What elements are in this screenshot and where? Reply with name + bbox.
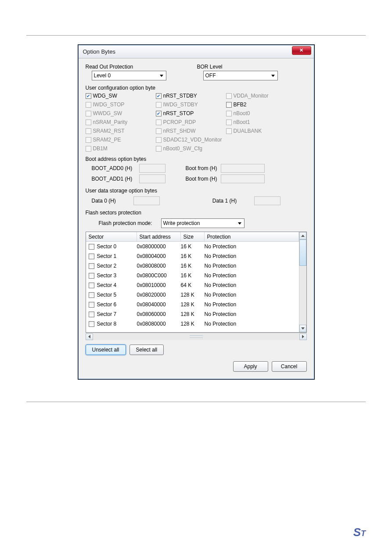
- cell-size: 128 K: [181, 292, 205, 298]
- checkbox-icon: [156, 102, 162, 108]
- row-checkbox[interactable]: [89, 244, 94, 250]
- checkbox-nrst_stop[interactable]: ✔nRST_STOP: [156, 110, 226, 116]
- boot-from1-label: Boot from (H): [186, 176, 217, 182]
- table-row[interactable]: Sector 10x0800400016 KNo Protection: [86, 251, 299, 261]
- table-row[interactable]: Sector 30x0800C00016 KNo Protection: [86, 271, 299, 280]
- row-checkbox[interactable]: [89, 263, 94, 269]
- flash-mode-label: Flash protection mode:: [99, 220, 152, 226]
- checkbox-label: IWDG_STOP: [93, 102, 125, 108]
- cell-size: 128 K: [181, 311, 205, 317]
- flash-mode-combo[interactable]: Write protection: [161, 218, 245, 228]
- boot-add0-input[interactable]: [139, 164, 165, 173]
- data0-input[interactable]: [133, 196, 160, 205]
- cell-sector: Sector 5: [97, 292, 117, 298]
- titlebar[interactable]: Option Bytes ✕: [79, 45, 314, 58]
- checkbox-label: WWDG_SW: [93, 110, 122, 116]
- flash-label: Flash sectors protection: [86, 210, 307, 216]
- scroll-up-button[interactable]: [299, 232, 306, 239]
- checkbox-icon: [226, 93, 232, 99]
- apply-button[interactable]: Apply: [233, 361, 268, 372]
- scroll-down-button[interactable]: [299, 325, 306, 332]
- table-row[interactable]: Sector 80x08080000128 KNo Protection: [86, 319, 299, 329]
- close-button[interactable]: ✕: [292, 46, 311, 55]
- cell-start: 0x08080000: [137, 321, 181, 327]
- row-checkbox[interactable]: [89, 254, 94, 259]
- row-checkbox[interactable]: [89, 292, 94, 298]
- checkbox-label: BFB2: [234, 102, 247, 108]
- data1-label: Data 1 (H): [212, 198, 237, 204]
- cell-sector: Sector 3: [97, 272, 117, 279]
- cell-prot: No Protection: [205, 263, 299, 269]
- row-checkbox[interactable]: [89, 273, 94, 279]
- readout-protection-group: Read Out Protection Level 0: [86, 64, 166, 80]
- row-checkbox[interactable]: [89, 283, 94, 288]
- chevron-down-icon: [238, 222, 241, 225]
- data1-input[interactable]: [254, 196, 281, 205]
- arrow-up-icon: [301, 235, 305, 237]
- table-row[interactable]: Sector 40x0801000064 KNo Protection: [86, 280, 299, 290]
- boot-from1-input[interactable]: [221, 174, 265, 183]
- checkbox-label: WDG_SW: [93, 93, 117, 99]
- checkbox-label: nRST_STOP: [163, 110, 194, 116]
- checkbox-wdg_sw[interactable]: ✔WDG_SW: [86, 93, 156, 99]
- boot-add1-input[interactable]: [139, 174, 165, 183]
- st-logo: ST: [353, 526, 366, 539]
- row-checkbox[interactable]: [89, 302, 94, 308]
- col-size[interactable]: Size: [181, 232, 205, 241]
- checkbox-label: nBoot0: [234, 110, 250, 116]
- user-config-section: User configuration option byte ✔WDG_SW✔n…: [86, 85, 307, 152]
- option-bytes-window: Option Bytes ✕ Read Out Protection Level…: [78, 45, 314, 379]
- checkbox-icon: ✔: [156, 93, 162, 99]
- checkbox-sram2_pe: SRAM2_PE: [86, 137, 156, 143]
- scroll-thumb[interactable]: [299, 239, 306, 266]
- horizontal-scrollbar[interactable]: [86, 333, 307, 340]
- vertical-scrollbar[interactable]: [299, 232, 306, 332]
- readout-combo[interactable]: Level 0: [92, 71, 166, 80]
- boot-from0-label: Boot from (H): [186, 165, 217, 171]
- cell-sector: Sector 6: [97, 301, 117, 308]
- chevron-down-icon: [271, 75, 275, 77]
- scroll-track[interactable]: [299, 239, 306, 325]
- boot-from0-input[interactable]: [221, 164, 265, 173]
- hscroll-track[interactable]: [93, 334, 299, 340]
- col-prot[interactable]: Protection: [205, 232, 299, 241]
- cell-start: 0x08000000: [137, 243, 181, 250]
- checkbox-icon: [86, 128, 91, 134]
- table-row[interactable]: Sector 70x08060000128 KNo Protection: [86, 309, 299, 319]
- select-all-button[interactable]: Select all: [129, 345, 164, 355]
- flash-mode-value: Write protection: [163, 220, 200, 226]
- checkbox-label: nBoot1: [234, 119, 250, 125]
- cell-size: 16 K: [181, 272, 205, 279]
- window-title: Option Bytes: [81, 48, 292, 55]
- col-start[interactable]: Start address: [137, 232, 181, 241]
- cell-start: 0x0800C000: [137, 272, 181, 279]
- boot-address-section: Boot address option bytes BOOT_ADD0 (H) …: [86, 156, 307, 183]
- row-checkbox[interactable]: [89, 312, 94, 317]
- row-checkbox[interactable]: [89, 321, 94, 327]
- scroll-right-button[interactable]: [299, 334, 307, 340]
- table-row[interactable]: Sector 20x0800800016 KNo Protection: [86, 261, 299, 271]
- bor-combo[interactable]: OFF: [203, 71, 278, 80]
- checkbox-nrst_stdby[interactable]: ✔nRST_STDBY: [156, 93, 226, 99]
- checkbox-label: SRAM2_PE: [93, 137, 121, 143]
- checkbox-bfb2[interactable]: BFB2: [226, 102, 296, 108]
- cell-sector: Sector 0: [97, 243, 117, 250]
- checkbox-nboot0_sw_cfg: nBoot0_SW_Cfg: [156, 145, 296, 152]
- table-body: Sector 00x0800000016 KNo ProtectionSecto…: [86, 242, 299, 329]
- dialog-frame: Option Bytes ✕ Read Out Protection Level…: [78, 44, 315, 380]
- checkbox-icon: [226, 111, 232, 116]
- table-row[interactable]: Sector 00x0800000016 KNo Protection: [86, 242, 299, 251]
- checkbox-label: nSRAM_Parity: [93, 119, 128, 125]
- cell-size: 64 K: [181, 282, 205, 288]
- cancel-button[interactable]: Cancel: [272, 361, 307, 372]
- cell-size: 16 K: [181, 243, 205, 250]
- table-row[interactable]: Sector 50x08020000128 KNo Protection: [86, 290, 299, 300]
- col-sector[interactable]: Sector: [86, 232, 137, 241]
- table-row[interactable]: Sector 60x08040000128 KNo Protection: [86, 300, 299, 309]
- bor-value: OFF: [205, 73, 216, 79]
- checkbox-icon: [226, 128, 232, 134]
- user-data-section: User data storage option bytes Data 0 (H…: [86, 188, 307, 205]
- cell-sector: Sector 8: [97, 321, 117, 327]
- scroll-left-button[interactable]: [86, 334, 93, 340]
- unselect-all-button[interactable]: Unselect all: [86, 345, 126, 355]
